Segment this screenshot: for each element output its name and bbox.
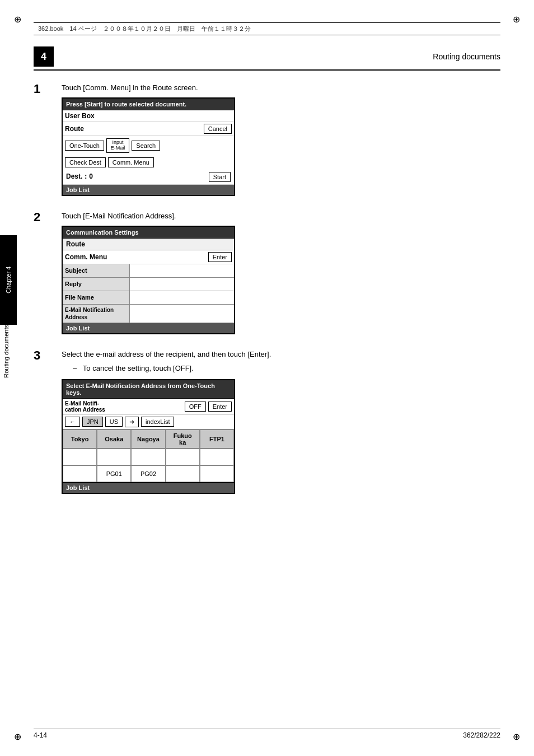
step-1-instruction: Touch [Comm. Menu] in the Route screen.: [62, 82, 500, 92]
email-enter-button[interactable]: Enter: [208, 402, 232, 412]
screen3-notif-row: E-Mail Notifi-cation Address OFF Enter: [63, 399, 234, 415]
grid-header-tokyo[interactable]: Tokyo: [63, 430, 97, 449]
screen3-nav-row: ← JPN US ➜ indexList: [63, 415, 234, 430]
step-1-section: 1 Touch [Comm. Menu] in the Route screen…: [34, 82, 500, 196]
screen2-filename-label: File Name: [63, 291, 130, 304]
grid-r2c2[interactable]: [97, 449, 131, 465]
model-number: 362/282/222: [463, 731, 500, 739]
step-2-number: 2: [34, 210, 40, 225]
corner-mark-tr: ⊕: [513, 14, 520, 25]
screen2-email-notif-label: E-Mail NotificationAddress: [63, 305, 130, 323]
one-touch-button[interactable]: One-Touch: [65, 141, 104, 151]
screen2-filename-row: File Name: [63, 291, 234, 305]
chapter-tab: Chapter 4: [0, 235, 17, 325]
screen-mockup-1: Press [Start] to route selected document…: [62, 97, 235, 196]
screen1-header: Press [Start] to route selected document…: [63, 99, 234, 110]
screen1-route-label: Route: [65, 125, 204, 133]
screen2-reply-row: Reply: [63, 278, 234, 291]
screen2-subject-value: [130, 264, 234, 277]
grid-r3c2[interactable]: PG01: [97, 465, 131, 482]
screen2-route-label: Route: [66, 240, 85, 248]
nav-indexlist-button[interactable]: indexList: [141, 417, 174, 427]
screen2-footer: Job List: [63, 323, 234, 333]
screen2-reply-label: Reply: [63, 278, 130, 291]
grid-r2c1[interactable]: [63, 449, 97, 465]
chapter-number-box: 4: [34, 46, 54, 67]
screen-mockup-3: Select E-Mail Notification Address from …: [62, 379, 235, 494]
nav-arrow-button[interactable]: ➜: [125, 417, 139, 427]
screen2-reply-value: [130, 278, 234, 291]
grid-header-nagoya[interactable]: Nagoya: [131, 430, 165, 449]
grid-r2c5[interactable]: [200, 449, 234, 465]
screen3-notif-label: E-Mail Notifi-cation Address: [65, 400, 182, 413]
corner-mark-br: ⊕: [513, 731, 520, 742]
search-button[interactable]: Search: [132, 141, 160, 151]
nav-us-button[interactable]: US: [105, 417, 123, 427]
screen-mockup-2: Communication Settings Route Comm. Menu …: [62, 226, 235, 334]
input-email-button[interactable]: InputE-Mail: [106, 138, 130, 153]
step-3-sub-instruction: – To cancel the setting, touch [OFF].: [73, 364, 500, 372]
screen3-header: Select E-Mail Notification Address from …: [63, 380, 234, 399]
screen1-footer: Job List: [63, 185, 234, 195]
step-2-section: 2 Touch [E-Mail Notification Address]. C…: [34, 210, 500, 334]
screen3-grid: Tokyo Osaka Nagoya Fukuoka FTP1 PG01 PG0…: [63, 430, 234, 483]
grid-header-fukuoka[interactable]: Fukuoka: [166, 430, 200, 449]
page-title: Routing documents: [433, 52, 500, 61]
comm-menu-button[interactable]: Comm. Menu: [108, 157, 154, 167]
screen2-header: Communication Settings: [63, 227, 234, 239]
grid-r2c4[interactable]: [166, 449, 200, 465]
screen2-route-row: Route: [63, 239, 234, 250]
chapter-tab-label: Chapter 4: [5, 267, 12, 293]
corner-mark-bl: ⊕: [14, 731, 21, 742]
start-button[interactable]: Start: [209, 172, 231, 182]
screen2-email-notif-value: [130, 305, 234, 323]
nav-jpn-button[interactable]: JPN: [82, 417, 103, 427]
screen1-dest-row: Dest.：0 Start: [63, 170, 234, 185]
step-1-number: 1: [34, 82, 40, 96]
page-number: 4-14: [34, 731, 47, 739]
step-3-instruction: Select the e-mail address of the recipie…: [62, 348, 500, 358]
screen2-comm-menu-row: Comm. Menu Enter: [63, 250, 234, 264]
screen2-filename-value: [130, 291, 234, 304]
off-button[interactable]: OFF: [185, 402, 206, 412]
page-header: 4 Routing documents: [34, 46, 500, 71]
step-3-number: 3: [34, 348, 40, 363]
screen1-route-row: Route Cancel: [63, 122, 234, 136]
screen2-subject-row: Subject: [63, 264, 234, 278]
grid-r3c5[interactable]: [200, 465, 234, 482]
routing-sidebar-label: Routing documents: [3, 325, 10, 378]
screen3-footer: Job List: [63, 483, 234, 493]
screen1-btn-row1: One-Touch InputE-Mail Search: [63, 136, 234, 155]
dest-label: Dest.：0: [66, 172, 209, 181]
screen1-userbox-label: User Box: [65, 112, 232, 120]
nav-back-button[interactable]: ←: [65, 417, 80, 427]
comm-enter-button[interactable]: Enter: [208, 252, 232, 262]
book-info: 362.book 14 ページ ２００８年１０月２０日 月曜日 午前１１時３２分: [38, 25, 251, 33]
corner-mark-tl: ⊕: [14, 14, 21, 25]
screen2-email-notif-row[interactable]: E-Mail NotificationAddress: [63, 305, 234, 323]
grid-header-osaka[interactable]: Osaka: [97, 430, 131, 449]
page-container: ⊕ ⊕ ⊕ ⊕ 362.book 14 ページ ２００８年１０月２０日 月曜日 …: [0, 0, 534, 756]
step-2-instruction: Touch [E-Mail Notification Address].: [62, 210, 500, 220]
check-dest-button[interactable]: Check Dest: [65, 157, 106, 167]
cancel-button[interactable]: Cancel: [204, 124, 232, 134]
step-3-section: 3 Select the e-mail address of the recip…: [34, 348, 500, 494]
screen1-btn-row2: Check Dest Comm. Menu: [63, 155, 234, 170]
screen1-userbox-row: User Box: [63, 110, 234, 122]
grid-r2c3[interactable]: [131, 449, 165, 465]
grid-header-ftp1[interactable]: FTP1: [200, 430, 234, 449]
page-footer: 4-14 362/282/222: [34, 728, 500, 739]
header-meta: 362.book 14 ページ ２００８年１０月２０日 月曜日 午前１１時３２分: [34, 22, 500, 35]
grid-r3c4[interactable]: [166, 465, 200, 482]
grid-r3c3[interactable]: PG02: [131, 465, 165, 482]
screen2-comm-menu-label: Comm. Menu: [65, 253, 208, 261]
grid-r3c1[interactable]: [63, 465, 97, 482]
screen2-subject-label: Subject: [63, 264, 130, 277]
